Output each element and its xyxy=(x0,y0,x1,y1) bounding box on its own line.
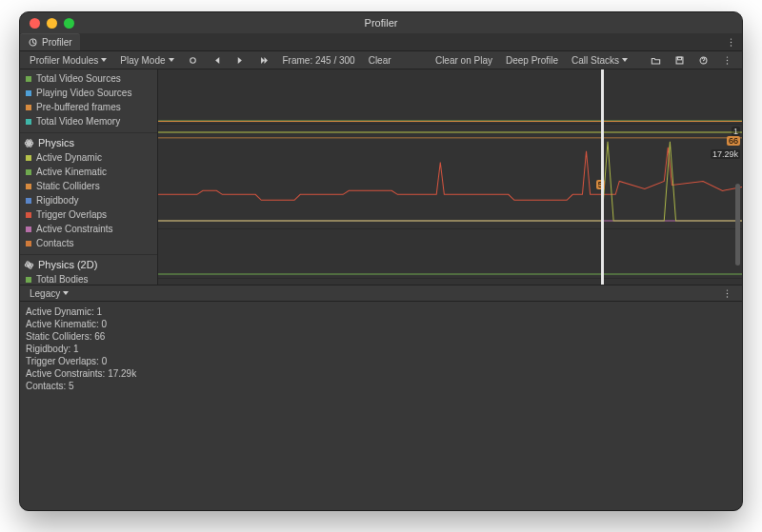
tab-profiler[interactable]: Profiler xyxy=(20,33,80,50)
legend-label: Active Constraints xyxy=(36,223,113,235)
toolbar: Profiler Modules Play Mode Frame: 245 / … xyxy=(20,50,742,69)
chevron-down-icon xyxy=(101,58,107,62)
next-frame-button[interactable] xyxy=(230,51,251,69)
chart-label-top: 1 xyxy=(732,127,740,136)
legend-swatch xyxy=(26,105,31,110)
svg-rect-6 xyxy=(677,57,681,60)
legend-item[interactable]: Contacts xyxy=(20,236,157,250)
details-mode-dropdown[interactable]: Legacy xyxy=(24,285,74,302)
module-video[interactable]: Total Video SourcesPlaying Video Sources… xyxy=(20,69,157,132)
legend-label: Trigger Overlaps xyxy=(36,208,107,221)
tab-menu-button[interactable] xyxy=(720,33,742,50)
legend-item[interactable]: Pre-buffered frames xyxy=(20,100,157,114)
legend-swatch xyxy=(26,155,31,161)
prev-frame-button[interactable] xyxy=(206,51,228,69)
module-physics[interactable]: Physics Active DynamicActive KinematicSt… xyxy=(20,132,157,254)
chart-area[interactable]: 1 66 17.29k 5 xyxy=(158,69,742,285)
details-line: Rigidbody: 1 xyxy=(26,343,736,355)
legend-label: Rigidbody xyxy=(36,194,78,207)
legend-item[interactable]: Active Kinematic xyxy=(20,165,157,179)
clear-button[interactable]: Clear xyxy=(363,51,397,69)
legend-item[interactable]: Active Dynamic xyxy=(20,150,157,165)
context-menu-button[interactable] xyxy=(716,51,738,69)
deep-profile-label: Deep Profile xyxy=(506,55,558,66)
legend-item[interactable]: Total Bodies xyxy=(20,272,157,285)
chevron-down-icon xyxy=(622,58,628,62)
legend-swatch xyxy=(26,198,31,204)
details-line: Trigger Overlaps: 0 xyxy=(26,355,736,367)
help-icon xyxy=(698,55,709,66)
legend-swatch xyxy=(26,184,31,189)
svg-point-26 xyxy=(727,292,728,293)
kebab-icon xyxy=(722,55,732,66)
module-physics2d[interactable]: Physics (2D) Total BodiesActive BodiesSl… xyxy=(20,254,157,285)
svg-point-10 xyxy=(727,59,728,60)
module-header-physics2d: Physics (2D) xyxy=(20,257,157,272)
module-header-physics: Physics xyxy=(20,135,157,150)
legend-item[interactable]: Playing Video Sources xyxy=(20,86,157,100)
legend-swatch xyxy=(26,76,31,82)
profiler-body: Total Video SourcesPlaying Video Sources… xyxy=(20,69,742,285)
legend-label: Total Video Sources xyxy=(36,72,121,85)
minimize-icon[interactable] xyxy=(47,18,57,29)
record-button[interactable] xyxy=(182,51,204,69)
tab-row: Profiler xyxy=(20,33,742,50)
legend-item[interactable]: Trigger Overlaps xyxy=(20,207,157,222)
chart-scrollbar[interactable] xyxy=(735,184,740,266)
clear-on-play-label: Clear on Play xyxy=(435,55,492,66)
window-title: Profiler xyxy=(20,17,742,29)
legend-item[interactable]: Rigidbody xyxy=(20,193,157,207)
save-button[interactable] xyxy=(669,51,691,69)
legend-label: Contacts xyxy=(36,237,73,249)
play-mode-dropdown[interactable]: Play Mode xyxy=(114,51,179,69)
module-sidebar: Total Video SourcesPlaying Video Sources… xyxy=(20,69,158,285)
legend-item[interactable]: Static Colliders xyxy=(20,179,157,193)
physics2d-icon xyxy=(24,260,34,270)
legend-swatch xyxy=(26,277,31,283)
prev-frame-icon xyxy=(211,55,222,66)
profiler-modules-dropdown[interactable]: Profiler Modules xyxy=(24,51,112,69)
details-menu-button[interactable] xyxy=(716,285,738,302)
next-frame-icon xyxy=(235,55,246,66)
legend-swatch xyxy=(26,90,31,96)
svg-point-2 xyxy=(731,41,732,42)
chart-physics[interactable]: 1 66 17.29k 5 xyxy=(158,125,742,229)
record-icon xyxy=(188,55,198,66)
load-button[interactable] xyxy=(645,51,667,69)
save-icon xyxy=(674,55,685,66)
chart-label-constraints: 17.29k xyxy=(711,149,740,159)
details-toolbar: Legacy xyxy=(20,285,742,302)
kebab-icon xyxy=(726,37,736,48)
deep-profile-toggle[interactable]: Deep Profile xyxy=(500,51,564,69)
playmode-label: Play Mode xyxy=(120,55,165,66)
svg-point-11 xyxy=(727,63,728,64)
legend-swatch xyxy=(26,119,31,125)
legend-label: Pre-buffered frames xyxy=(36,101,121,113)
chart-video-svg xyxy=(158,69,742,124)
profiler-icon xyxy=(28,37,38,48)
current-frame-button[interactable] xyxy=(253,51,275,69)
details-line: Active Constraints: 17.29k xyxy=(26,367,736,380)
details-line: Contacts: 5 xyxy=(26,380,736,392)
chart-physics-svg xyxy=(158,125,742,228)
frame-indicator: Frame: 245 / 300 xyxy=(277,51,361,69)
legend-swatch xyxy=(26,241,31,246)
details-line: Active Kinematic: 0 xyxy=(26,318,736,330)
legend-item[interactable]: Total Video Memory xyxy=(20,114,157,128)
clear-on-play-toggle[interactable]: Clear on Play xyxy=(430,51,498,69)
help-button[interactable] xyxy=(692,51,714,69)
frame-playhead[interactable] xyxy=(602,69,603,285)
call-stacks-dropdown[interactable]: Call Stacks xyxy=(566,51,633,69)
legend-label: Active Dynamic xyxy=(36,151,102,164)
close-icon[interactable] xyxy=(30,18,40,29)
svg-point-4 xyxy=(190,57,195,63)
chart-physics2d[interactable] xyxy=(158,229,742,279)
titlebar: Profiler xyxy=(20,12,742,33)
legend-item[interactable]: Total Video Sources xyxy=(20,71,157,86)
legend-label: Static Colliders xyxy=(36,180,100,192)
chart-video[interactable] xyxy=(158,69,742,125)
zoom-icon[interactable] xyxy=(64,18,74,29)
svg-point-9 xyxy=(727,56,728,57)
legend-item[interactable]: Active Constraints xyxy=(20,222,157,236)
tab-label: Profiler xyxy=(42,37,72,48)
